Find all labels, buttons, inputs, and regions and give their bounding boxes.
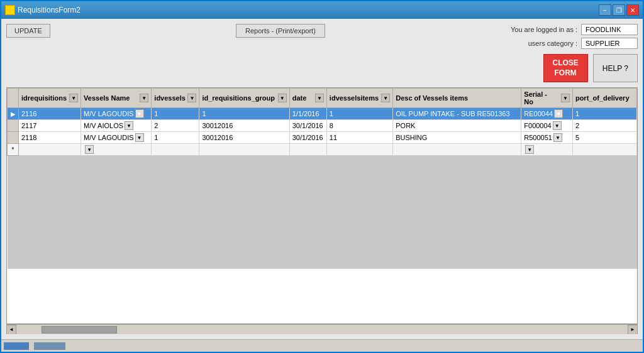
table-section: idrequisitions ▼ Vessels Name ▼ xyxy=(6,87,638,334)
cell-idvesselsitems-2[interactable]: 8 xyxy=(326,120,392,132)
cell-port-delivery-3[interactable]: 5 xyxy=(572,132,636,144)
close-form-button[interactable]: CLOSEFORM xyxy=(543,54,588,82)
restore-button[interactable]: ❐ xyxy=(613,4,625,16)
update-button[interactable]: UPDATE xyxy=(6,24,50,38)
col-vessels-name-filter[interactable]: ▼ xyxy=(140,94,148,102)
cell-date-3[interactable]: 30/1/2016 xyxy=(289,132,326,144)
cell-idvessels-3[interactable]: 1 xyxy=(152,132,199,144)
serial-no-3-dropdown[interactable]: ▼ xyxy=(553,133,562,142)
vessels-name-3-dropdown[interactable]: ▼ xyxy=(135,133,144,142)
col-serial-no-filter[interactable]: ▼ xyxy=(561,94,570,102)
col-date: date ▼ xyxy=(289,89,326,108)
cell-idvesselsitems-3[interactable]: 11 xyxy=(326,132,392,144)
col-idrequisitions: idrequisitions ▼ xyxy=(19,89,81,108)
col-id-req-group-filter[interactable]: ▼ xyxy=(278,94,287,102)
cell-date-1[interactable]: 1/1/2016 xyxy=(289,108,326,120)
top-left: UPDATE xyxy=(6,24,50,38)
cell-vessels-name-1[interactable]: M/V LAGOUDIS ▼ xyxy=(81,108,152,120)
cell-port-delivery-1[interactable]: 1 xyxy=(572,108,636,120)
table-wrapper[interactable]: idrequisitions ▼ Vessels Name ▼ xyxy=(6,87,638,324)
row-indicator-2 xyxy=(8,120,19,132)
col-date-filter[interactable]: ▼ xyxy=(315,94,324,102)
cell-vessels-name-2[interactable]: M/V AIOLOS ▼ xyxy=(81,120,152,132)
new-cell-desc[interactable] xyxy=(393,144,521,156)
status-indicator-1 xyxy=(4,342,29,350)
cell-idvesselsitems-1[interactable]: 1 xyxy=(326,108,392,120)
col-desc: Desc of Vessels items xyxy=(393,89,521,108)
cell-idvessels-1[interactable]: 1 xyxy=(152,108,199,120)
reports-button[interactable]: Reports - (Print/export) xyxy=(236,24,325,38)
horizontal-scrollbar[interactable]: ◄ ► xyxy=(6,324,638,334)
col-port-delivery: port_of_delivery xyxy=(572,89,636,108)
app-icon xyxy=(5,5,15,15)
category-info: users category : SUPPLIER xyxy=(528,38,638,49)
cell-id-req-group-1[interactable]: 1 xyxy=(199,108,289,120)
cell-id-req-group-3[interactable]: 30012016 xyxy=(199,132,289,144)
new-cell-idvesselsitems[interactable] xyxy=(326,144,392,156)
new-cell-id-req-group[interactable] xyxy=(199,144,289,156)
new-row[interactable]: * ▼ xyxy=(8,144,637,156)
logged-in-label: You are logged in as : xyxy=(511,26,577,33)
window-close-button[interactable]: ✕ xyxy=(626,4,639,16)
scroll-left-button[interactable]: ◄ xyxy=(6,325,16,335)
status-bar xyxy=(1,339,643,352)
scroll-thumb[interactable] xyxy=(42,326,117,334)
cell-serial-no-2[interactable]: F000004 ▼ xyxy=(521,120,573,132)
help-button[interactable]: HELP ? xyxy=(593,54,638,82)
row-indicator-3 xyxy=(8,132,19,144)
vessels-name-2-dropdown[interactable]: ▼ xyxy=(125,121,133,130)
window-title: RequisitionsForm2 xyxy=(18,6,80,14)
col-idvesselsitems: idvesselsitems ▼ xyxy=(326,89,392,108)
top-right: You are logged in as : FOODLINK users ca… xyxy=(511,24,638,82)
cell-desc-3[interactable]: BUSHING xyxy=(393,132,521,144)
table-row[interactable]: 2118 M/V LAGOUDIS ▼ 1 30012016 30/1/2016… xyxy=(8,132,637,144)
cell-idvessels-2[interactable]: 2 xyxy=(152,120,199,132)
col-id-req-group: id_requisitions_group ▼ xyxy=(199,89,289,108)
title-bar: RequisitionsForm2 − ❐ ✕ xyxy=(1,1,643,19)
cell-date-2[interactable]: 30/1/2016 xyxy=(289,120,326,132)
serial-no-1-dropdown[interactable]: ▼ xyxy=(554,109,563,118)
cell-port-delivery-2[interactable]: 2 xyxy=(572,120,636,132)
cell-id-req-group-2[interactable]: 30012016 xyxy=(199,120,289,132)
main-window: RequisitionsForm2 − ❐ ✕ UPDATE Reports -… xyxy=(0,0,644,353)
table-row[interactable]: 2117 M/V AIOLOS ▼ 2 30012016 30/1/2016 8 xyxy=(8,120,637,132)
col-idrequisitions-filter[interactable]: ▼ xyxy=(69,94,78,102)
logged-in-value: FOODLINK xyxy=(581,24,638,35)
cell-serial-no-1[interactable]: RE00044 ▼ xyxy=(521,108,573,120)
new-cell-vessels-name[interactable]: ▼ xyxy=(81,144,152,156)
col-idvessels-filter[interactable]: ▼ xyxy=(187,94,196,102)
cell-desc-1[interactable]: OIL PUMP INTAKE - SUB RE501363 xyxy=(393,108,521,120)
col-vessels-name: Vessels Name ▼ xyxy=(81,89,152,108)
new-cell-port-delivery[interactable] xyxy=(572,144,636,156)
new-row-indicator: * xyxy=(8,144,19,156)
status-indicator-2 xyxy=(34,342,65,350)
cell-vessels-name-3[interactable]: M/V LAGOUDIS ▼ xyxy=(81,132,152,144)
data-table: idrequisitions ▼ Vessels Name ▼ xyxy=(7,88,637,269)
cell-idrequisitions-2[interactable]: 2117 xyxy=(19,120,81,132)
serial-no-2-dropdown[interactable]: ▼ xyxy=(553,121,562,130)
cell-idrequisitions-1[interactable]: 2116 xyxy=(19,108,81,120)
users-category-label: users category : xyxy=(528,40,577,47)
cell-idrequisitions-3[interactable]: 2118 xyxy=(19,132,81,144)
cell-serial-no-3[interactable]: R500051 ▼ xyxy=(521,132,573,144)
minimize-button[interactable]: − xyxy=(599,4,611,16)
scroll-right-button[interactable]: ► xyxy=(628,325,638,335)
cell-desc-2[interactable]: PORK xyxy=(393,120,521,132)
col-idvesselsitems-filter[interactable]: ▼ xyxy=(381,94,390,102)
new-serial-no-dropdown[interactable]: ▼ xyxy=(525,145,534,154)
table-header-row: idrequisitions ▼ Vessels Name ▼ xyxy=(8,89,637,108)
col-indicator xyxy=(8,89,19,108)
title-bar-left: RequisitionsForm2 xyxy=(5,5,80,15)
new-cell-date[interactable] xyxy=(289,144,326,156)
new-cell-idrequisitions[interactable] xyxy=(19,144,81,156)
users-category-value: SUPPLIER xyxy=(581,38,638,49)
login-info: You are logged in as : FOODLINK xyxy=(511,24,638,35)
scroll-track[interactable] xyxy=(16,326,628,334)
top-center: Reports - (Print/export) xyxy=(50,24,511,38)
new-vessels-name-dropdown[interactable]: ▼ xyxy=(85,145,94,154)
new-cell-serial-no[interactable]: ▼ xyxy=(521,144,573,156)
table-row[interactable]: ▶ 2116 M/V LAGOUDIS ▼ 1 1 1/1/2016 xyxy=(8,108,637,120)
col-serial-no: Serial -No ▼ xyxy=(521,89,573,108)
vessels-name-1-dropdown[interactable]: ▼ xyxy=(135,109,144,118)
new-cell-idvessels[interactable] xyxy=(152,144,199,156)
